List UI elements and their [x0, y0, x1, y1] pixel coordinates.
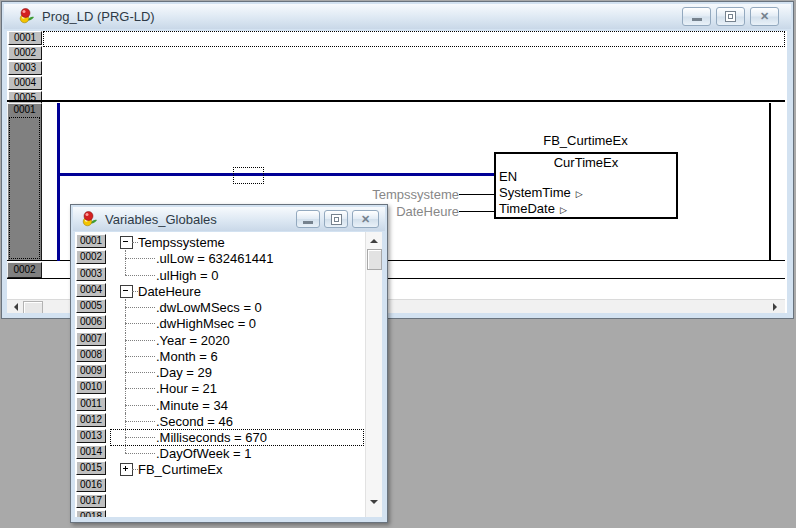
maximize-icon — [331, 214, 342, 225]
variables-titlebar[interactable]: Variables_Globales ✕ — [73, 207, 385, 231]
tree-item-label[interactable]: Tempssysteme — [138, 235, 225, 250]
var-line-number[interactable]: 0005 — [76, 299, 106, 313]
network-gutter-0002[interactable]: 0002 — [7, 262, 42, 278]
variables-globales-window: Variables_Globales ✕ 0001 0002 0003 0004… — [70, 204, 388, 523]
close-icon: ✕ — [760, 11, 769, 22]
decl-line-number[interactable]: 0003 — [8, 61, 42, 75]
tree-connector — [125, 258, 155, 259]
fb-instance-name[interactable]: FB_CurtimeEx — [494, 133, 677, 148]
maximize-icon — [725, 11, 736, 22]
tree-item-label[interactable]: DateHeure — [138, 284, 201, 299]
scroll-down-icon[interactable] — [370, 500, 378, 504]
tree-item-label[interactable]: .Minute = 34 — [156, 398, 228, 413]
tree-item-label[interactable]: .dwLowMSecs = 0 — [156, 300, 262, 315]
window-title: Variables_Globales — [105, 212, 217, 227]
tree-connector — [125, 453, 155, 454]
decl-line-number[interactable]: 0004 — [8, 76, 42, 90]
tree-connector — [125, 421, 155, 422]
var-line-number[interactable]: 0018 — [76, 510, 106, 517]
tree-item-label[interactable]: .Second = 46 — [156, 414, 233, 429]
maximize-button[interactable] — [324, 210, 348, 228]
tree-row[interactable]: .Second = 46 — [107, 413, 365, 429]
left-power-rail — [57, 103, 60, 261]
tree-item-label[interactable]: .Month = 6 — [156, 349, 218, 364]
tree-item-label[interactable]: FB_CurtimeEx — [138, 462, 223, 477]
tree-row[interactable]: .dwHighMsec = 0 — [107, 315, 365, 331]
tree-row[interactable]: FB_CurtimeEx — [107, 461, 365, 477]
operand-tempssysteme[interactable]: Tempssysteme — [307, 187, 459, 202]
tree-connector — [125, 356, 155, 357]
tree-item-label[interactable]: .Year = 2020 — [156, 333, 230, 348]
var-line-number[interactable]: 0008 — [76, 348, 106, 362]
scroll-left-icon[interactable] — [14, 303, 18, 311]
minimize-button[interactable] — [296, 210, 320, 228]
tree-item-label[interactable]: .Day = 29 — [156, 365, 212, 380]
var-line-number[interactable]: 0016 — [76, 478, 106, 492]
var-line-number[interactable]: 0012 — [76, 413, 106, 427]
close-icon: ✕ — [361, 214, 370, 225]
scroll-up-icon[interactable] — [370, 239, 378, 243]
pou-icon — [18, 8, 35, 25]
var-line-number[interactable]: 0002 — [76, 250, 106, 264]
pin-wire — [459, 194, 494, 195]
tree-row[interactable]: DateHeure — [107, 283, 365, 299]
tree-item-label[interactable]: .ulHigh = 0 — [156, 268, 219, 283]
declaration-cursor[interactable] — [43, 31, 785, 47]
tree-connector — [125, 267, 126, 275]
tree-connector — [125, 405, 155, 406]
tree-focus-rect — [110, 429, 364, 446]
prog-ld-titlebar[interactable]: Prog_LD (PRG-LD) ✕ — [4, 4, 791, 29]
network-gutter-0001[interactable]: 0001 — [7, 103, 42, 261]
tree-row[interactable]: .Day = 29 — [107, 364, 365, 380]
tree-row[interactable]: .Year = 2020 — [107, 332, 365, 348]
tree-item-label[interactable]: .ulLow = 632461441 — [156, 251, 273, 266]
var-line-number[interactable]: 0006 — [76, 315, 106, 329]
tree-row[interactable]: .Minute = 34 — [107, 397, 365, 413]
var-line-number[interactable]: 0009 — [76, 364, 106, 378]
pou-icon — [81, 211, 98, 228]
rung-cursor-box[interactable] — [233, 167, 264, 184]
var-line-number[interactable]: 0004 — [76, 283, 106, 297]
var-line-number[interactable]: 0007 — [76, 332, 106, 346]
close-button[interactable]: ✕ — [352, 210, 379, 228]
tree-row[interactable]: .ulHigh = 0 — [107, 267, 365, 283]
var-line-number[interactable]: 0013 — [76, 429, 106, 443]
close-button[interactable]: ✕ — [750, 7, 779, 26]
function-block-box[interactable]: CurTimeEx EN SystemTime▷ TimeDate▷ — [494, 152, 678, 219]
minimize-button[interactable] — [682, 7, 711, 26]
var-line-number[interactable]: 0011 — [76, 397, 106, 411]
vertical-scrollbar-thumb[interactable] — [367, 249, 382, 270]
decl-line-number[interactable]: 0002 — [8, 46, 42, 60]
var-line-number[interactable]: 0001 — [76, 234, 106, 248]
inout-triangle-icon: ▷ — [576, 189, 583, 199]
minimize-icon — [692, 18, 702, 21]
var-line-number[interactable]: 0010 — [76, 380, 106, 394]
declaration-splitter[interactable] — [7, 100, 785, 102]
tree-row[interactable]: .Hour = 21 — [107, 380, 365, 396]
tree-row[interactable]: .ulLow = 632461441 — [107, 250, 365, 266]
fb-pin-en[interactable]: EN — [499, 169, 517, 184]
tree-item-label[interactable]: .dwHighMsec = 0 — [156, 316, 256, 331]
tree-item-label[interactable]: .Hour = 21 — [156, 381, 217, 396]
var-line-number[interactable]: 0014 — [76, 445, 106, 459]
network-number: 0001 — [13, 104, 35, 115]
tree-item-label[interactable]: .DayOfWeek = 1 — [156, 446, 252, 461]
tree-row[interactable]: Tempssysteme — [107, 234, 365, 250]
tree-row[interactable]: .DayOfWeek = 1 — [107, 445, 365, 461]
fb-pin-timedate[interactable]: TimeDate▷ — [499, 201, 567, 216]
var-line-number[interactable]: 0017 — [76, 494, 106, 508]
var-line-number[interactable]: 0015 — [76, 461, 106, 475]
decl-line-number[interactable]: 0001 — [8, 31, 42, 45]
pin-wire — [459, 211, 494, 212]
vertical-scrollbar[interactable] — [365, 232, 382, 517]
tree-connector — [125, 323, 155, 324]
fb-pin-systemtime[interactable]: SystemTime▷ — [499, 185, 583, 200]
tree-row[interactable]: .dwLowMSecs = 0 — [107, 299, 365, 315]
scroll-right-icon[interactable] — [773, 303, 777, 311]
fb-type-name: CurTimeEx — [496, 155, 676, 170]
maximize-button[interactable] — [716, 7, 745, 26]
tree-row[interactable]: .Month = 6 — [107, 348, 365, 364]
horizontal-scrollbar-thumb[interactable] — [23, 301, 43, 313]
var-line-number[interactable]: 0003 — [76, 267, 106, 281]
minimize-icon — [303, 221, 313, 224]
